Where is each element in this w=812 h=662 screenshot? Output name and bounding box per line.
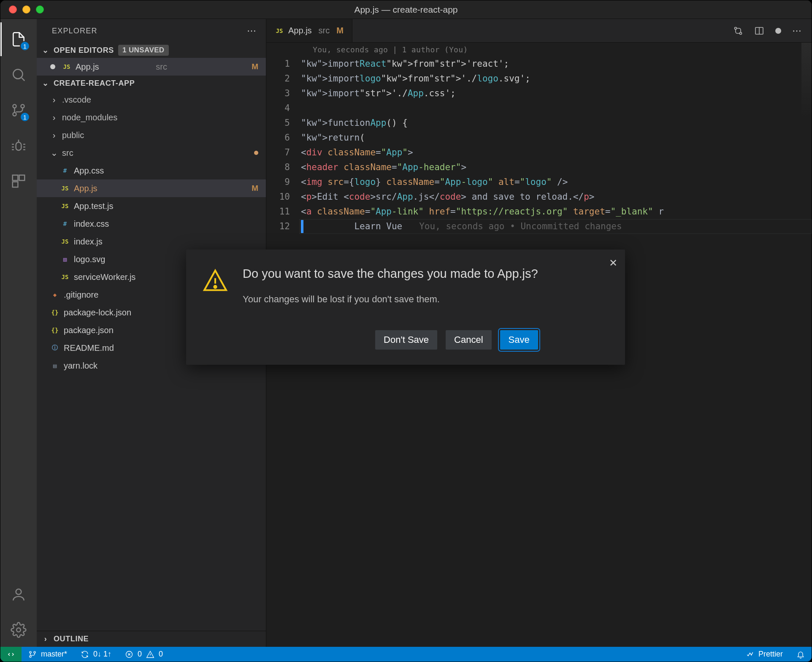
folder-name: public (62, 130, 258, 140)
save-button[interactable]: Save (500, 330, 538, 350)
folder-name: src (62, 148, 250, 158)
svg-point-11 (740, 32, 742, 34)
settings-activity[interactable] (0, 613, 37, 647)
code-line[interactable]: 7 <div className="App"> (276, 145, 812, 160)
code-line[interactable]: 3"kw">import "str">'./App.css'; (276, 86, 812, 101)
sync-icon (81, 650, 89, 659)
prettier-label: Prettier (758, 650, 783, 659)
chevron-right-icon: › (50, 130, 58, 140)
svg-point-3 (21, 105, 24, 108)
code-line[interactable]: 2"kw">import logo "kw">from "str">'./log… (276, 71, 812, 86)
file-item[interactable]: JSApp.jsM (37, 179, 266, 197)
tab-more-icon[interactable]: ⋯ (792, 25, 801, 36)
chevron-right-icon: › (50, 95, 58, 105)
folder-item[interactable]: ›public (37, 126, 266, 144)
cancel-button[interactable]: Cancel (446, 330, 491, 350)
git-status: M (252, 62, 258, 71)
file-item[interactable]: #App.css (37, 162, 266, 179)
extensions-icon (11, 173, 27, 189)
window-controls (0, 5, 44, 14)
sync-status[interactable]: 0↓ 1↑ (74, 647, 118, 662)
tab-app-js[interactable]: JS App.js src M (266, 19, 352, 42)
outline-label: OUTLINE (54, 635, 89, 643)
chevron-right-icon: › (50, 113, 58, 122)
minimap[interactable] (801, 43, 812, 169)
svg-rect-4 (16, 142, 22, 150)
remote-icon (7, 650, 15, 659)
line-number: 11 (276, 204, 301, 219)
code-line[interactable]: 5"kw">function App() { (276, 116, 812, 130)
dirty-indicator-icon (775, 28, 781, 34)
code-line[interactable]: 4 (276, 101, 812, 116)
folder-item[interactable]: ›node_modules (37, 109, 266, 126)
json-icon: {} (50, 327, 60, 334)
project-header[interactable]: ⌄ CREATE-REACT-APP (37, 76, 266, 91)
svg-point-10 (735, 27, 737, 29)
code-editor[interactable]: 1"kw">import React "kw">from "str">'reac… (266, 57, 812, 234)
close-icon[interactable]: ✕ (609, 257, 617, 269)
lock-icon: ▤ (50, 362, 60, 369)
git-blame-annotation: You, seconds ago | 1 author (You) (266, 43, 812, 57)
file-name: index.js (74, 237, 258, 247)
open-editors-header[interactable]: ⌄ OPEN EDITORS 1 UNSAVED (37, 43, 266, 58)
line-number: 1 (276, 57, 301, 71)
sidebar-more-icon[interactable]: ⋯ (247, 25, 257, 36)
explorer-activity[interactable]: 1 (0, 22, 37, 56)
code-line[interactable]: 8 <header className="App-header"> (276, 160, 812, 175)
js-icon: JS (60, 185, 70, 192)
split-editor-icon[interactable] (754, 26, 764, 36)
svg-point-17 (214, 286, 216, 288)
project-label: CREATE-REACT-APP (54, 79, 135, 88)
branch-status[interactable]: master* (22, 647, 74, 662)
dont-save-button[interactable]: Don't Save (375, 330, 437, 350)
line-number: 5 (276, 116, 301, 130)
search-activity[interactable] (0, 58, 37, 92)
extensions-activity[interactable] (0, 164, 37, 198)
account-activity[interactable] (0, 578, 37, 611)
debug-activity[interactable] (0, 129, 37, 163)
folder-item[interactable]: ›.vscode (37, 91, 266, 109)
folder-name: node_modules (62, 113, 258, 122)
scm-activity[interactable]: 1 (0, 93, 37, 127)
git-status: M (252, 184, 258, 193)
svg-rect-7 (13, 182, 18, 187)
zoom-window-button[interactable] (36, 5, 44, 14)
line-number: 6 (276, 130, 301, 145)
code-line[interactable]: 10 <p>Edit <code>src/App.js</code> and s… (276, 190, 812, 204)
notifications-status[interactable] (790, 647, 812, 662)
prettier-status[interactable]: Prettier (739, 647, 790, 662)
folder-item[interactable]: ⌄src (37, 144, 266, 162)
code-line[interactable]: 11 <a className="App-link" href="https:/… (276, 204, 812, 219)
code-line[interactable]: 6 "kw">return ( (276, 130, 812, 145)
svg-point-13 (30, 651, 31, 653)
tab-filename: App.js (288, 26, 312, 35)
code-line[interactable]: 1"kw">import React "kw">from "str">'reac… (276, 57, 812, 71)
remote-indicator[interactable] (0, 647, 22, 662)
open-editor-item[interactable]: JSApp.jssrcM (37, 58, 266, 76)
git-modified-dot-icon (254, 151, 258, 155)
current-line-highlight (299, 219, 812, 234)
errors-count: 0 (138, 650, 142, 659)
js-icon: JS (60, 238, 70, 245)
file-dir: src (156, 62, 167, 72)
close-window-button[interactable] (9, 5, 17, 14)
js-icon: JS (60, 274, 70, 280)
save-dialog: ✕ Do you want to save the changes you ma… (186, 250, 625, 365)
warning-icon (202, 267, 228, 293)
outline-header[interactable]: › OUTLINE (37, 631, 266, 647)
tab-dir: src (319, 26, 330, 35)
json-icon: {} (50, 309, 60, 316)
file-item[interactable]: JSApp.test.js (37, 197, 266, 215)
git-compare-icon[interactable] (733, 26, 743, 36)
code-line[interactable]: 9 <img src={logo} className="App-logo" a… (276, 175, 812, 190)
minimize-window-button[interactable] (22, 5, 30, 14)
chevron-down-icon: ⌄ (42, 46, 49, 55)
problems-status[interactable]: 0 0 (118, 647, 170, 662)
folder-name: .vscode (62, 95, 258, 105)
status-bar: master* 0↓ 1↑ 0 0 Prettier (0, 647, 812, 662)
scm-badge: 1 (20, 112, 30, 122)
warning-icon (146, 650, 154, 659)
file-item[interactable]: JSindex.js (37, 233, 266, 250)
svg-point-14 (30, 655, 31, 657)
file-item[interactable]: #index.css (37, 215, 266, 233)
